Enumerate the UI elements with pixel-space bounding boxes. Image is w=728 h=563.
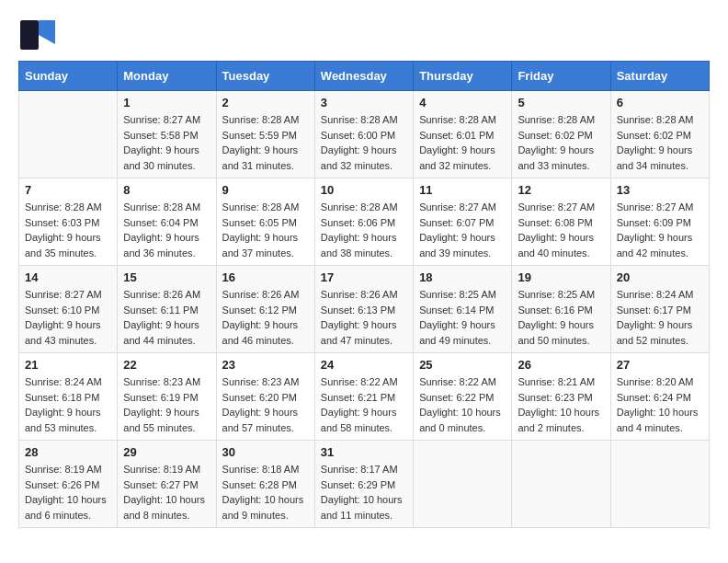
day-number: 11 — [419, 183, 506, 197]
column-header-friday: Friday — [512, 62, 610, 91]
day-info: Sunrise: 8:21 AM Sunset: 6:23 PM Dayligh… — [518, 374, 604, 435]
calendar-cell: 5Sunrise: 8:28 AM Sunset: 6:02 PM Daylig… — [512, 91, 610, 178]
calendar-cell: 6Sunrise: 8:28 AM Sunset: 6:02 PM Daylig… — [610, 91, 709, 178]
day-number: 3 — [321, 96, 407, 109]
day-info: Sunrise: 8:28 AM Sunset: 6:00 PM Dayligh… — [321, 112, 407, 173]
day-number: 24 — [321, 358, 407, 372]
day-info: Sunrise: 8:27 AM Sunset: 6:07 PM Dayligh… — [419, 200, 506, 260]
day-info: Sunrise: 8:24 AM Sunset: 6:17 PM Dayligh… — [617, 287, 703, 348]
calendar-cell: 11Sunrise: 8:27 AM Sunset: 6:07 PM Dayli… — [414, 178, 512, 266]
calendar-cell: 13Sunrise: 8:27 AM Sunset: 6:09 PM Dayli… — [610, 178, 709, 266]
day-info: Sunrise: 8:23 AM Sunset: 6:19 PM Dayligh… — [123, 374, 210, 435]
column-header-sunday: Sunday — [19, 62, 118, 91]
column-header-saturday: Saturday — [610, 62, 709, 91]
day-info: Sunrise: 8:27 AM Sunset: 6:09 PM Dayligh… — [617, 200, 703, 260]
calendar-cell: 17Sunrise: 8:26 AM Sunset: 6:13 PM Dayli… — [314, 266, 413, 353]
day-number: 2 — [222, 96, 309, 109]
calendar-cell: 12Sunrise: 8:27 AM Sunset: 6:08 PM Dayli… — [512, 178, 610, 266]
week-row-5: 28Sunrise: 8:19 AM Sunset: 6:26 PM Dayli… — [19, 441, 710, 528]
day-number: 26 — [518, 358, 604, 372]
day-info: Sunrise: 8:19 AM Sunset: 6:27 PM Dayligh… — [123, 462, 210, 523]
column-header-tuesday: Tuesday — [216, 62, 314, 91]
calendar-cell: 19Sunrise: 8:25 AM Sunset: 6:16 PM Dayli… — [512, 266, 610, 353]
day-number: 9 — [222, 183, 309, 197]
day-info: Sunrise: 8:26 AM Sunset: 6:11 PM Dayligh… — [123, 287, 210, 348]
day-number: 28 — [25, 445, 111, 459]
calendar-cell — [610, 441, 709, 528]
day-info: Sunrise: 8:27 AM Sunset: 6:10 PM Dayligh… — [25, 287, 111, 348]
calendar-cell: 1Sunrise: 8:27 AM Sunset: 5:58 PM Daylig… — [118, 91, 216, 178]
week-row-4: 21Sunrise: 8:24 AM Sunset: 6:18 PM Dayli… — [19, 353, 710, 441]
calendar-cell: 10Sunrise: 8:28 AM Sunset: 6:06 PM Dayli… — [314, 178, 413, 266]
day-number: 12 — [518, 183, 604, 197]
calendar-cell: 30Sunrise: 8:18 AM Sunset: 6:28 PM Dayli… — [216, 441, 314, 528]
calendar-cell — [512, 441, 610, 528]
day-info: Sunrise: 8:28 AM Sunset: 6:02 PM Dayligh… — [518, 112, 604, 173]
logo — [18, 18, 63, 52]
svg-rect-0 — [20, 20, 39, 50]
day-info: Sunrise: 8:23 AM Sunset: 6:20 PM Dayligh… — [222, 374, 309, 435]
day-info: Sunrise: 8:20 AM Sunset: 6:24 PM Dayligh… — [617, 374, 703, 435]
day-number: 18 — [419, 270, 506, 284]
day-number: 16 — [222, 270, 309, 284]
day-number: 1 — [123, 96, 210, 109]
calendar-cell: 22Sunrise: 8:23 AM Sunset: 6:19 PM Dayli… — [118, 353, 216, 441]
column-header-thursday: Thursday — [414, 62, 512, 91]
calendar-cell: 14Sunrise: 8:27 AM Sunset: 6:10 PM Dayli… — [19, 266, 118, 353]
day-number: 30 — [222, 445, 309, 459]
day-number: 27 — [617, 358, 703, 372]
day-number: 4 — [419, 96, 506, 109]
day-info: Sunrise: 8:26 AM Sunset: 6:13 PM Dayligh… — [321, 287, 407, 348]
day-info: Sunrise: 8:25 AM Sunset: 6:14 PM Dayligh… — [419, 287, 506, 348]
day-number: 25 — [419, 358, 506, 372]
calendar-cell — [19, 91, 118, 178]
calendar-cell: 7Sunrise: 8:28 AM Sunset: 6:03 PM Daylig… — [19, 178, 118, 266]
calendar-cell: 24Sunrise: 8:22 AM Sunset: 6:21 PM Dayli… — [314, 353, 413, 441]
day-info: Sunrise: 8:28 AM Sunset: 6:03 PM Dayligh… — [25, 200, 111, 260]
week-row-2: 7Sunrise: 8:28 AM Sunset: 6:03 PM Daylig… — [19, 178, 710, 266]
column-header-wednesday: Wednesday — [314, 62, 413, 91]
day-info: Sunrise: 8:26 AM Sunset: 6:12 PM Dayligh… — [222, 287, 309, 348]
calendar-cell: 20Sunrise: 8:24 AM Sunset: 6:17 PM Dayli… — [610, 266, 709, 353]
day-info: Sunrise: 8:24 AM Sunset: 6:18 PM Dayligh… — [25, 374, 111, 435]
svg-marker-1 — [39, 20, 55, 44]
calendar-cell: 31Sunrise: 8:17 AM Sunset: 6:29 PM Dayli… — [314, 441, 413, 528]
week-row-1: 1Sunrise: 8:27 AM Sunset: 5:58 PM Daylig… — [19, 91, 710, 178]
day-info: Sunrise: 8:28 AM Sunset: 6:06 PM Dayligh… — [321, 200, 407, 260]
calendar-cell: 28Sunrise: 8:19 AM Sunset: 6:26 PM Dayli… — [19, 441, 118, 528]
day-number: 10 — [321, 183, 407, 197]
calendar-cell: 8Sunrise: 8:28 AM Sunset: 6:04 PM Daylig… — [118, 178, 216, 266]
calendar-cell: 15Sunrise: 8:26 AM Sunset: 6:11 PM Dayli… — [118, 266, 216, 353]
day-number: 6 — [617, 96, 703, 109]
day-info: Sunrise: 8:28 AM Sunset: 5:59 PM Dayligh… — [222, 112, 309, 173]
day-number: 17 — [321, 270, 407, 284]
day-header-row: SundayMondayTuesdayWednesdayThursdayFrid… — [19, 62, 710, 91]
calendar-cell — [414, 441, 512, 528]
calendar-cell: 3Sunrise: 8:28 AM Sunset: 6:00 PM Daylig… — [314, 91, 413, 178]
day-info: Sunrise: 8:27 AM Sunset: 5:58 PM Dayligh… — [123, 112, 210, 173]
calendar-cell: 9Sunrise: 8:28 AM Sunset: 6:05 PM Daylig… — [216, 178, 314, 266]
calendar-cell: 25Sunrise: 8:22 AM Sunset: 6:22 PM Dayli… — [414, 353, 512, 441]
day-number: 14 — [25, 270, 111, 284]
day-number: 5 — [518, 96, 604, 109]
day-info: Sunrise: 8:19 AM Sunset: 6:26 PM Dayligh… — [25, 462, 111, 523]
calendar-cell: 4Sunrise: 8:28 AM Sunset: 6:01 PM Daylig… — [414, 91, 512, 178]
calendar-cell: 18Sunrise: 8:25 AM Sunset: 6:14 PM Dayli… — [414, 266, 512, 353]
day-info: Sunrise: 8:28 AM Sunset: 6:04 PM Dayligh… — [123, 200, 210, 260]
day-number: 23 — [222, 358, 309, 372]
day-number: 13 — [617, 183, 703, 197]
day-info: Sunrise: 8:27 AM Sunset: 6:08 PM Dayligh… — [518, 200, 604, 260]
day-number: 21 — [25, 358, 111, 372]
day-info: Sunrise: 8:28 AM Sunset: 6:01 PM Dayligh… — [419, 112, 506, 173]
day-number: 31 — [321, 445, 407, 459]
day-info: Sunrise: 8:22 AM Sunset: 6:21 PM Dayligh… — [321, 374, 407, 435]
calendar-cell: 27Sunrise: 8:20 AM Sunset: 6:24 PM Dayli… — [610, 353, 709, 441]
calendar-cell: 2Sunrise: 8:28 AM Sunset: 5:59 PM Daylig… — [216, 91, 314, 178]
page-header — [18, 18, 710, 52]
column-header-monday: Monday — [118, 62, 216, 91]
calendar-cell: 16Sunrise: 8:26 AM Sunset: 6:12 PM Dayli… — [216, 266, 314, 353]
day-number: 8 — [123, 183, 210, 197]
day-number: 22 — [123, 358, 210, 372]
day-number: 19 — [518, 270, 604, 284]
day-number: 15 — [123, 270, 210, 284]
